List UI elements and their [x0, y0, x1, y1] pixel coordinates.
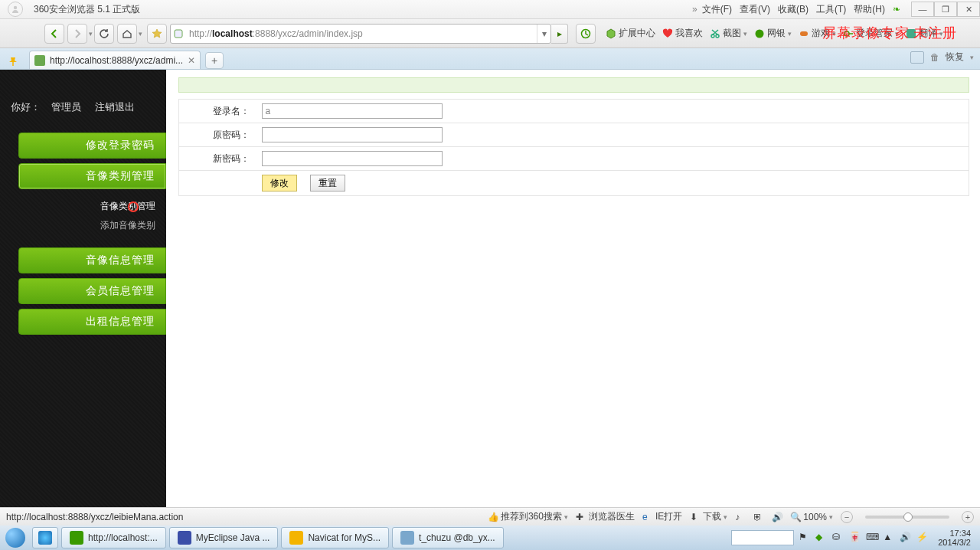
- taskbar-myeclipse[interactable]: MyEclipse Java ...: [169, 527, 279, 548]
- svg-rect-6: [800, 31, 808, 36]
- taskbar-ie[interactable]: [32, 527, 58, 548]
- greeting: 你好：管理员 注销退出: [0, 100, 166, 128]
- restore-button[interactable]: 恢复: [946, 51, 964, 64]
- pin-icon[interactable]: [6, 54, 21, 69]
- taskbar-search[interactable]: [731, 530, 794, 545]
- compat-button[interactable]: [576, 24, 596, 44]
- skin-icon[interactable]: ❧: [893, 4, 900, 15]
- taskbar-navicat[interactable]: Navicat for MyS...: [281, 527, 389, 548]
- tray-vol-icon[interactable]: 🔊: [900, 532, 912, 544]
- favorite-site-button[interactable]: 我喜欢: [660, 27, 704, 40]
- globe-icon: [753, 28, 766, 40]
- download-button[interactable]: ⬇下载▾: [690, 510, 727, 523]
- url-dropdown[interactable]: ▾: [537, 25, 550, 43]
- menu-view[interactable]: 查看(V): [740, 3, 770, 16]
- taskbar-browser[interactable]: http://localhost:...: [61, 527, 166, 548]
- tray-kb-icon[interactable]: ⌨: [866, 532, 878, 544]
- svg-rect-1: [175, 30, 182, 38]
- tab-close-button[interactable]: ✕: [188, 55, 195, 66]
- menu-bookmark[interactable]: 收藏(B): [778, 3, 808, 16]
- start-button[interactable]: [0, 525, 31, 550]
- tray-batt-icon[interactable]: ⚡: [916, 532, 929, 544]
- reset-button[interactable]: 重置: [310, 175, 345, 192]
- windows-taskbar: http://localhost:... MyEclipse Java ... …: [0, 525, 980, 550]
- block-count[interactable]: ⛨: [753, 512, 764, 522]
- ext-center-button[interactable]: 扩展中心: [603, 27, 657, 40]
- zoom-slider[interactable]: [865, 516, 949, 519]
- tray-up-icon[interactable]: ▲: [883, 532, 895, 544]
- trash-icon[interactable]: 🗑: [930, 52, 939, 63]
- browser-titlebar: 360安全浏览器 5.1 正式版 » 文件(F) 查看(V) 收藏(B) 工具(…: [0, 0, 980, 19]
- tray-net-icon[interactable]: ⛁: [832, 532, 844, 544]
- screenshot-button[interactable]: 截图: [707, 27, 749, 40]
- taskbar-table[interactable]: t_chuzu @db_yx...: [392, 527, 504, 548]
- go-button[interactable]: ▸: [551, 24, 568, 44]
- menu-file[interactable]: 文件(F): [702, 3, 732, 16]
- back-button[interactable]: [44, 24, 64, 44]
- tab-1[interactable]: http://localhost:8888/yxcz/admi... ✕: [29, 51, 201, 69]
- menu-help[interactable]: 帮助(H): [854, 3, 885, 16]
- admin-sidebar: 你好：管理员 注销退出 修改登录密码 音像类别管理 音像类别管理 添加音像类别 …: [0, 70, 166, 507]
- old-password-label: 原密码：: [179, 123, 256, 147]
- tray-safe-icon[interactable]: ◆: [815, 532, 828, 544]
- minimize-button[interactable]: —: [911, 2, 934, 17]
- user-avatar[interactable]: [0, 0, 31, 19]
- window-title: 360安全浏览器 5.1 正式版: [31, 3, 140, 16]
- translate-button[interactable]: 翻译: [903, 27, 945, 40]
- new-password-input[interactable]: [262, 151, 443, 166]
- menu-change-password[interactable]: 修改登录密码: [18, 133, 166, 159]
- login-input[interactable]: [262, 103, 443, 119]
- maximize-button[interactable]: ❐: [934, 2, 957, 17]
- menu-member-mgmt[interactable]: 会员信息管理: [18, 278, 166, 304]
- mute-mgr[interactable]: ♪: [735, 512, 746, 522]
- tab-overview-button[interactable]: [910, 51, 924, 64]
- address-bar[interactable]: http://localhost:8888/yxcz/admin/index.j…: [170, 24, 551, 44]
- home-button[interactable]: [117, 24, 137, 44]
- tray-clock[interactable]: 17:34 2014/3/2: [933, 529, 975, 547]
- overflow-icon[interactable]: »: [692, 4, 697, 15]
- table-icon: [400, 531, 414, 545]
- system-tray: ⚑ ◆ ⛁ 🀄 ⌨ ▲ 🔊 ⚡ 17:34 2014/3/2: [731, 529, 980, 547]
- zoom-out[interactable]: −: [841, 511, 853, 523]
- forward-button[interactable]: [67, 24, 87, 44]
- login-manager-button[interactable]: 登录管家: [841, 27, 900, 40]
- sound-toggle[interactable]: 🔊: [772, 512, 782, 522]
- zoom-thumb[interactable]: [903, 512, 913, 522]
- scissors-icon: [709, 28, 721, 40]
- medkit-icon: ✚: [576, 512, 586, 522]
- menu-rent-mgmt[interactable]: 出租信息管理: [18, 309, 166, 335]
- new-password-label: 新密码：: [179, 147, 256, 171]
- browser-doctor[interactable]: ✚浏览器医生: [576, 510, 635, 523]
- menu-category-mgmt[interactable]: 音像类别管理: [18, 163, 166, 189]
- menu-tools[interactable]: 工具(T): [816, 3, 846, 16]
- netbank-button[interactable]: 网银: [752, 27, 793, 40]
- close-window-button[interactable]: ✕: [957, 2, 980, 17]
- tray-flag-icon[interactable]: ⚑: [799, 532, 811, 544]
- speaker-icon: 🔊: [772, 512, 782, 522]
- menu-media-mgmt[interactable]: 音像信息管理: [18, 247, 166, 273]
- favorite-button[interactable]: [147, 24, 167, 44]
- reload-button[interactable]: [94, 24, 114, 44]
- svg-rect-8: [906, 29, 916, 38]
- zoom-label[interactable]: 🔍100%▾: [790, 512, 833, 522]
- svg-point-5: [756, 29, 764, 38]
- game-icon: [798, 28, 810, 40]
- ie-open[interactable]: eIE打开: [642, 510, 682, 523]
- hover-url: http://localhost:8888/yxcz/leibieMana.ac…: [6, 512, 480, 522]
- submenu-category-list[interactable]: 音像类别管理: [0, 197, 166, 216]
- game-button[interactable]: 游戏: [796, 27, 838, 40]
- recommend-search[interactable]: 👍推荐到360搜索▾: [488, 510, 568, 523]
- page-body: 你好：管理员 注销退出 修改登录密码 音像类别管理 音像类别管理 添加音像类别 …: [0, 70, 980, 507]
- svg-point-0: [14, 6, 17, 9]
- zoom-in[interactable]: +: [962, 511, 974, 523]
- restore-dropdown[interactable]: ▾: [970, 54, 974, 61]
- navicat-icon: [289, 531, 303, 545]
- logout-link[interactable]: 注销退出: [95, 101, 135, 113]
- submit-button[interactable]: 修改: [262, 175, 297, 192]
- old-password-input[interactable]: [262, 127, 443, 142]
- new-tab-button[interactable]: +: [205, 52, 224, 69]
- submenu-category-add[interactable]: 添加音像类别: [0, 216, 166, 235]
- key-icon: [842, 28, 854, 40]
- tray-cn-icon[interactable]: 🀄: [849, 532, 861, 544]
- site-identity-icon[interactable]: [171, 29, 186, 38]
